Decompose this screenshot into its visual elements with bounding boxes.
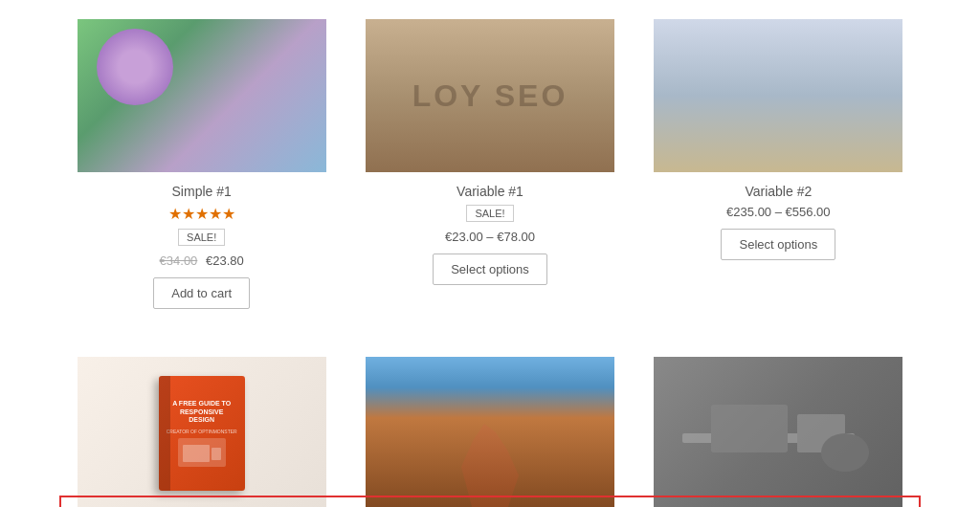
product-image-simple4: A FREE GUIDE TORESPONSIVEDESIGN CREATOR …	[78, 357, 326, 507]
product-stars-simple1: ★★★★★	[168, 205, 235, 223]
book-title: A FREE GUIDE TORESPONSIVEDESIGN	[172, 400, 231, 424]
price-range-variable2: €235.00 – €556.00	[726, 205, 830, 219]
product-image-variable1: LOY SEO	[366, 19, 614, 172]
sale-badge-simple1: SALE!	[178, 229, 225, 246]
product-variable1: LOY SEO Variable #1 SALE! €23.00 – €78.0…	[345, 10, 634, 328]
svg-rect-0	[183, 445, 210, 462]
desk-image	[654, 357, 902, 507]
product-simple1: Simple #1 ★★★★★ SALE! €34.00 €23.80 Add …	[57, 10, 345, 328]
product-variable2: Variable #2 €235.00 – €556.00 Select opt…	[635, 10, 923, 328]
products-row-1: Simple #1 ★★★★★ SALE! €34.00 €23.80 Add …	[0, 0, 980, 328]
product-simple2: Simple #2 (Out of Stock) SALE!	[345, 347, 634, 507]
original-price-simple1: €34.00	[160, 254, 198, 268]
watermark-text: LOY SEO	[412, 78, 568, 114]
book-icon	[178, 438, 226, 467]
book-image: A FREE GUIDE TORESPONSIVEDESIGN CREATOR …	[78, 357, 326, 507]
price-range-variable1: €23.00 – €78.00	[445, 230, 535, 244]
product-image-simple3	[654, 357, 902, 507]
product-image-simple2	[366, 357, 614, 507]
desk-illustration	[654, 357, 902, 507]
svg-rect-1	[212, 448, 221, 460]
book-illustration	[183, 443, 221, 462]
select-options-button-variable2[interactable]: Select options	[721, 229, 835, 260]
landscape-image	[366, 357, 614, 507]
book-cover: A FREE GUIDE TORESPONSIVEDESIGN CREATOR …	[159, 376, 245, 491]
page-wrapper: Simple #1 ★★★★★ SALE! €34.00 €23.80 Add …	[0, 0, 980, 507]
flowers-image	[78, 19, 326, 172]
price-row-simple1: €34.00 €23.80	[160, 254, 244, 268]
product-image-simple1	[78, 19, 326, 172]
select-options-button-variable1[interactable]: Select options	[433, 254, 547, 285]
sale-badge-variable1: SALE!	[466, 205, 513, 222]
add-to-cart-button-simple1[interactable]: Add to cart	[153, 277, 250, 309]
svg-rect-3	[711, 405, 788, 452]
product-name-simple1: Simple #1	[172, 184, 232, 199]
product-simple3: Simple #3 (Out of Stock) €12.00	[635, 347, 923, 507]
animals-image: LOY SEO	[366, 19, 614, 172]
landscape-rock	[461, 424, 519, 507]
product-name-variable2: Variable #2	[745, 184, 812, 199]
current-price-simple1: €23.80	[206, 254, 244, 268]
product-simple4: A FREE GUIDE TORESPONSIVEDESIGN CREATOR …	[57, 347, 345, 507]
book-subtitle: CREATOR OF OPTINMONSTER	[167, 429, 237, 434]
row-divider	[0, 328, 980, 347]
people-image	[654, 19, 902, 172]
product-name-variable1: Variable #1	[457, 184, 523, 199]
svg-point-5	[821, 433, 869, 472]
products-row-2: A FREE GUIDE TORESPONSIVEDESIGN CREATOR …	[0, 347, 980, 507]
product-image-variable2	[654, 19, 902, 172]
